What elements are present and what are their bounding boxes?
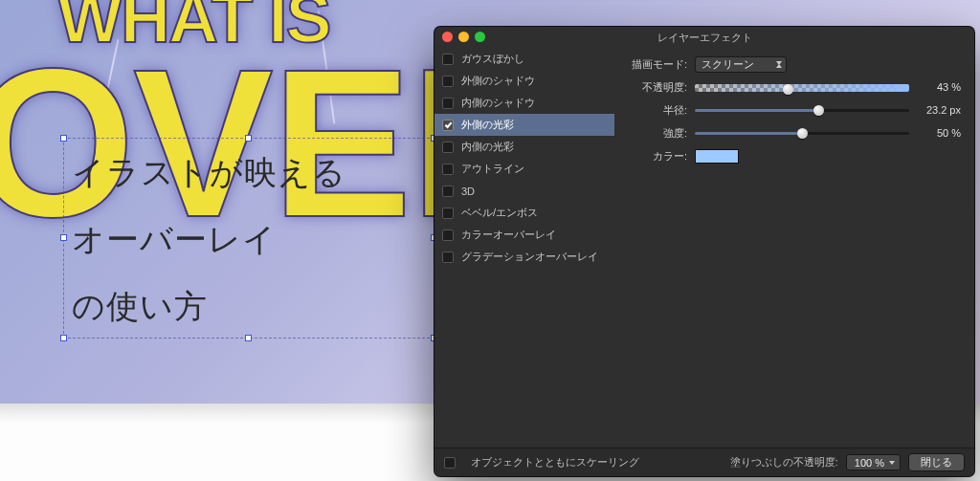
effects-list: ガウスぼかし外側のシャドウ内側のシャドウ外側の光彩内側の光彩アウトライン3Dベベ… [434,48,614,448]
effect-checkbox[interactable] [442,230,454,241]
intensity-label: 強度: [618,126,695,141]
radius-label: 半径: [618,103,695,118]
resize-handle[interactable] [245,135,252,142]
resize-handle[interactable] [60,335,67,341]
effect-checkbox[interactable] [442,186,454,197]
effect-label: 外側の光彩 [461,118,514,132]
layer-effects-panel: レイヤーエフェクト ガウスぼかし外側のシャドウ内側のシャドウ外側の光彩内側の光彩… [434,27,974,476]
fill-opacity-label: 塗りつぶしの不透明度: [730,455,838,470]
effect-label: ガウスぼかし [461,52,524,66]
resize-handle[interactable] [60,234,67,241]
close-button[interactable]: 閉じる [908,453,965,471]
opacity-value: 43 % [909,81,961,93]
panel-footer: オブジェクトとともにスケーリング 塗りつぶしの不透明度: 100 % 閉じる [434,448,974,476]
effect-label: 内側のシャドウ [461,96,535,110]
effect-checkbox[interactable] [442,251,454,263]
scale-with-object-label: オブジェクトとともにスケーリング [471,455,639,470]
effect-item[interactable]: カラーオーバーレイ [434,224,614,246]
window-minimize-icon[interactable] [458,32,469,42]
radius-value: 23.2 px [909,104,961,116]
effect-label: 内側の光彩 [461,140,514,154]
effect-checkbox[interactable] [442,120,454,131]
intensity-value: 50 % [909,127,961,139]
effect-item[interactable]: アウトライン [434,158,614,180]
effect-checkbox[interactable] [442,164,454,175]
effect-item[interactable]: 内側のシャドウ [434,92,614,114]
text-line-1: イラストが映える [64,139,434,206]
effect-checkbox[interactable] [442,54,454,65]
text-line-2: オーバーレイ [64,206,434,273]
effect-item[interactable]: 内側の光彩 [434,136,614,158]
effect-label: アウトライン [461,162,524,176]
blend-mode-select[interactable]: スクリーン [695,56,787,73]
effect-item[interactable]: グラデーションオーバーレイ [434,246,614,268]
effect-item[interactable]: 外側の光彩 [434,114,614,136]
effect-controls: 描画モード: スクリーン 不透明度: 43 % 半径: [614,48,974,448]
effect-item[interactable]: 3D [434,180,614,202]
effect-checkbox[interactable] [442,76,454,87]
window-close-icon[interactable] [442,32,453,42]
intensity-slider[interactable] [695,126,909,140]
text-line-3: の使い方 [64,273,434,339]
resize-handle[interactable] [60,135,67,142]
effect-item[interactable]: 外側のシャドウ [434,70,614,92]
selected-text-object[interactable]: イラストが映える オーバーレイ の使い方 [63,138,434,339]
blend-mode-value: スクリーン [702,57,754,72]
effect-item[interactable]: ベベル/エンボス [434,202,614,224]
color-swatch[interactable] [695,149,739,164]
effect-label: 外側のシャドウ [461,74,535,88]
effect-label: ベベル/エンボス [461,206,538,220]
scale-with-object-checkbox[interactable] [444,457,456,469]
panel-title: レイヤーエフェクト [657,31,752,45]
opacity-slider[interactable] [695,80,909,94]
resize-handle[interactable] [245,335,252,341]
effect-label: グラデーションオーバーレイ [461,250,598,264]
radius-slider[interactable] [695,103,909,117]
effect-checkbox[interactable] [442,98,454,109]
panel-titlebar[interactable]: レイヤーエフェクト [434,27,974,48]
effect-label: 3D [461,186,475,197]
fill-opacity-value: 100 % [855,457,884,469]
color-label: カラー: [618,149,695,164]
opacity-label: 不透明度: [618,80,695,95]
effect-checkbox[interactable] [442,142,454,153]
blend-mode-label: 描画モード: [618,57,695,72]
fill-opacity-select[interactable]: 100 % [846,454,901,470]
effect-checkbox[interactable] [442,208,454,219]
effect-label: カラーオーバーレイ [461,228,556,242]
effect-item[interactable]: ガウスぼかし [434,48,614,70]
window-zoom-icon[interactable] [475,32,485,42]
